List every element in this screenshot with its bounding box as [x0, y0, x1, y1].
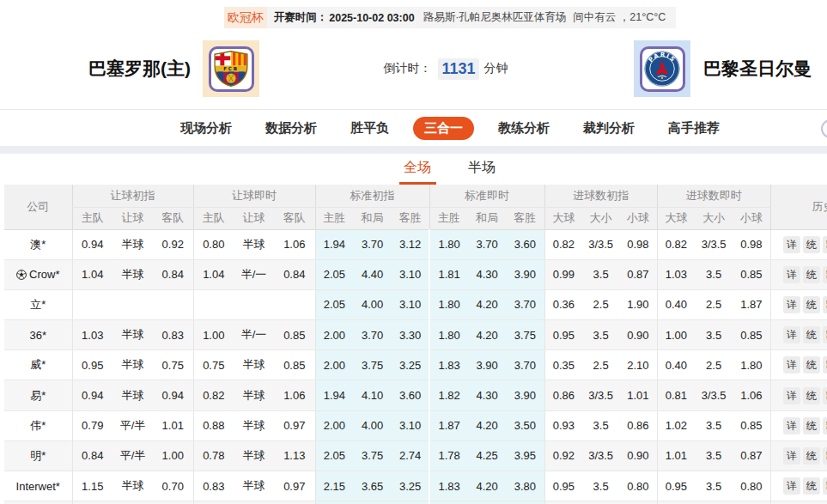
detail-button[interactable]: 详	[783, 387, 800, 404]
nav-win-draw-loss[interactable]: 胜平负	[350, 120, 389, 137]
odds-cell: 0.92	[153, 229, 193, 259]
stats-button[interactable]: 统	[803, 266, 820, 283]
odds-cell: 半球	[234, 229, 274, 259]
odds-cell: 0.94	[72, 380, 112, 410]
odds-cell: 3.25	[392, 471, 429, 501]
odds-cell: 平/半	[112, 440, 153, 471]
odds-cell: 1.80	[733, 350, 770, 380]
detail-button[interactable]: 详	[783, 356, 800, 373]
kelly-button[interactable]: 凯	[823, 447, 827, 465]
odds-row: 36*1.03半球0.831.00半/一0.852.003.703.301.80…	[4, 320, 827, 350]
odds-cell: 0.97	[274, 410, 315, 440]
odds-cell: 3.65	[353, 471, 392, 501]
detail-button[interactable]: 详	[783, 266, 800, 283]
detail-button[interactable]: 详	[783, 417, 800, 434]
odds-cell: 3/3.5	[582, 229, 619, 259]
odds-cell	[72, 289, 112, 319]
venue-text: 路易斯·孔帕尼奥林匹亚体育场	[423, 10, 567, 25]
kelly-button[interactable]: 凯	[823, 417, 827, 434]
kelly-button[interactable]: 凯	[823, 236, 827, 253]
col-group-header: 让球初指	[72, 185, 193, 207]
stats-button[interactable]: 统	[803, 356, 820, 373]
detail-button[interactable]: 详	[783, 447, 800, 465]
col-sub-header: 和局	[468, 207, 506, 229]
stats-button[interactable]: 统	[803, 387, 820, 404]
odds-cell: 3.12	[392, 229, 429, 259]
odds-cell: 3.70	[506, 350, 544, 380]
odds-cell: 半球	[234, 350, 274, 380]
odds-cell: 1.01	[657, 440, 695, 471]
kelly-button[interactable]: 凯	[823, 296, 827, 313]
stats-button[interactable]: 统	[803, 477, 820, 495]
col-sub-header: 大球	[657, 207, 695, 229]
odds-cell: 3.5	[695, 320, 733, 350]
odds-cell: 1.00	[193, 320, 234, 350]
svg-text:FCB: FCB	[223, 66, 238, 71]
odds-cell: 3.70	[468, 229, 506, 259]
kelly-button[interactable]: 凯	[823, 387, 827, 404]
stats-button[interactable]: 统	[803, 417, 820, 434]
team-header: 巴塞罗那(主) FCB	[0, 28, 827, 109]
odds-cell: 3.5	[695, 471, 733, 501]
odds-cell: 0.82	[544, 229, 582, 259]
odds-cell: 4.20	[468, 471, 506, 501]
col-sub-header: 和局	[353, 207, 392, 229]
odds-cell: 0.98	[619, 229, 657, 259]
company-cell: 明*	[4, 440, 72, 471]
detail-button[interactable]: 详	[783, 236, 800, 253]
odds-cell: 0.40	[657, 289, 695, 319]
company-name: 伟*	[30, 419, 46, 432]
odds-cell: 平/半	[112, 410, 153, 440]
odds-cell	[234, 289, 274, 319]
floating-widget[interactable]	[821, 119, 827, 138]
stats-button[interactable]: 统	[803, 326, 820, 343]
odds-cell: 1.90	[619, 289, 657, 319]
kelly-button[interactable]: 凯	[823, 477, 827, 495]
col-sub-header: 小球	[733, 207, 770, 229]
odds-cell: 3.5	[582, 471, 619, 501]
kelly-button[interactable]: 凯	[823, 356, 827, 373]
tab-full-match[interactable]: 全场	[399, 154, 436, 185]
odds-cell: 4.00	[353, 410, 392, 440]
odds-cell: 3.60	[392, 380, 429, 410]
odds-cell: 1.01	[153, 410, 193, 440]
company-cell: Crow*	[4, 259, 72, 289]
football-icon	[16, 270, 27, 280]
nav-coach-analysis[interactable]: 教练分析	[498, 120, 550, 137]
odds-cell: 2.05	[315, 289, 353, 319]
detail-button[interactable]: 详	[783, 326, 800, 343]
psg-crest-icon: PARIS	[643, 50, 681, 88]
odds-row: 澳*0.94半球0.920.80半球1.061.943.703.121.803.…	[4, 229, 827, 259]
stats-button[interactable]: 统	[803, 236, 820, 253]
nav-data-analysis[interactable]: 数据分析	[265, 120, 317, 137]
countdown-value: 1131	[438, 58, 478, 80]
odds-cell: 0.85	[274, 320, 315, 350]
odds-cell: 3.70	[353, 229, 392, 259]
odds-cell: 0.70	[153, 471, 193, 501]
company-cell: 36*	[4, 320, 72, 350]
odds-cell: 0.78	[193, 440, 234, 471]
odds-cell: 3/3.5	[695, 380, 733, 410]
nav-live-analysis[interactable]: 现场分析	[180, 120, 232, 137]
odds-cell: 0.75	[153, 350, 193, 380]
barcelona-crest-icon: FCB	[213, 50, 249, 88]
kelly-button[interactable]: 凯	[823, 266, 827, 283]
nav-three-in-one[interactable]: 三合一	[413, 117, 474, 140]
odds-cell: 0.35	[544, 350, 582, 380]
tab-half-match[interactable]: 半场	[464, 154, 501, 185]
stats-button[interactable]: 统	[803, 296, 820, 313]
odds-cell: 0.90	[619, 320, 657, 350]
odds-cell	[112, 289, 153, 319]
odds-cell: 1.81	[429, 259, 468, 289]
odds-cell: 3/3.5	[582, 380, 619, 410]
odds-cell: 0.82	[193, 380, 234, 410]
nav-expert-picks[interactable]: 高手推荐	[668, 120, 720, 137]
detail-button[interactable]: 详	[783, 296, 800, 313]
detail-button[interactable]: 详	[783, 477, 800, 495]
odds-cell: 0.84	[72, 440, 112, 471]
odds-row: 明*0.84平/半1.000.78半球1.132.053.752.741.784…	[4, 440, 827, 471]
kelly-button[interactable]: 凯	[823, 326, 827, 343]
nav-referee-analysis[interactable]: 裁判分析	[583, 120, 635, 137]
stats-button[interactable]: 统	[803, 447, 820, 465]
odds-cell: 4.40	[353, 259, 392, 289]
